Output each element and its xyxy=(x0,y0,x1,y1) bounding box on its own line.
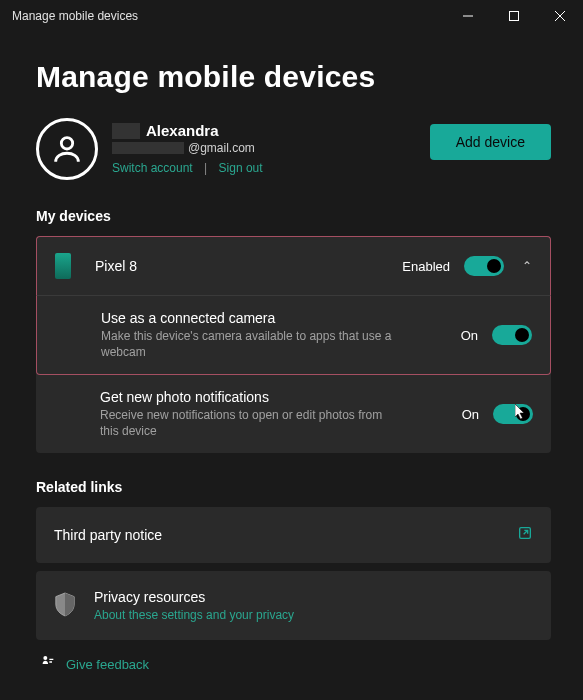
photos-setting-row: Get new photo notifications Receive new … xyxy=(36,375,551,453)
shield-icon xyxy=(54,591,76,621)
photos-desc: Receive new notifications to open or edi… xyxy=(100,408,400,439)
related-section-label: Related links xyxy=(36,479,551,495)
camera-toggle[interactable] xyxy=(492,325,532,345)
phone-icon xyxy=(55,253,71,279)
close-button[interactable] xyxy=(537,0,583,32)
svg-point-6 xyxy=(43,656,47,660)
camera-setting-row: Use as a connected camera Make this devi… xyxy=(36,295,551,375)
devices-section-label: My devices xyxy=(36,208,551,224)
window-title: Manage mobile devices xyxy=(12,9,445,23)
window-controls xyxy=(445,0,583,32)
camera-state: On xyxy=(461,328,478,343)
third-party-title: Third party notice xyxy=(54,527,517,543)
photos-toggle[interactable] xyxy=(493,404,533,424)
photos-title: Get new photo notifications xyxy=(100,389,462,405)
camera-title: Use as a connected camera xyxy=(101,310,461,326)
titlebar: Manage mobile devices xyxy=(0,0,583,32)
account-row: Alexandra @gmail.com Switch account | Si… xyxy=(36,118,551,180)
switch-account-link[interactable]: Switch account xyxy=(112,161,193,175)
device-header[interactable]: Pixel 8 Enabled ⌃ xyxy=(36,236,551,295)
add-device-button[interactable]: Add device xyxy=(430,124,551,160)
sign-out-link[interactable]: Sign out xyxy=(219,161,263,175)
svg-rect-1 xyxy=(510,12,519,21)
give-feedback-link[interactable]: Give feedback xyxy=(66,657,149,672)
privacy-desc: About these settings and your privacy xyxy=(94,608,533,622)
page-title: Manage mobile devices xyxy=(36,60,551,94)
person-icon xyxy=(50,132,84,166)
svg-point-4 xyxy=(61,138,72,149)
feedback-icon xyxy=(40,654,56,674)
email-redacted xyxy=(112,142,184,154)
device-card: Pixel 8 Enabled ⌃ Use as a connected cam… xyxy=(36,236,551,453)
chevron-up-icon[interactable]: ⌃ xyxy=(522,259,532,273)
minimize-button[interactable] xyxy=(445,0,491,32)
maximize-button[interactable] xyxy=(491,0,537,32)
device-status: Enabled xyxy=(402,259,450,274)
device-name: Pixel 8 xyxy=(95,258,402,274)
name-redacted xyxy=(112,123,140,139)
photos-state: On xyxy=(462,407,479,422)
third-party-notice-link[interactable]: Third party notice xyxy=(36,507,551,563)
camera-desc: Make this device's camera available to a… xyxy=(101,329,401,360)
separator: | xyxy=(204,161,207,175)
account-name: Alexandra xyxy=(146,122,219,139)
device-enable-toggle[interactable] xyxy=(464,256,504,276)
external-link-icon xyxy=(517,525,533,545)
account-email-suffix: @gmail.com xyxy=(188,141,255,155)
avatar xyxy=(36,118,98,180)
privacy-resources-link[interactable]: Privacy resources About these settings a… xyxy=(36,571,551,640)
privacy-title: Privacy resources xyxy=(94,589,533,605)
